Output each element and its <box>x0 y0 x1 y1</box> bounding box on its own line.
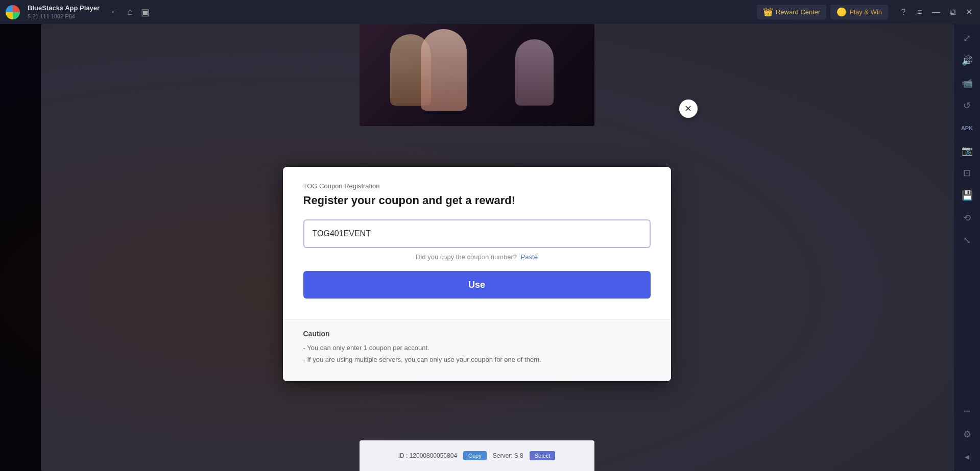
player-id: ID : 12000800056804 <box>398 452 457 459</box>
back-button[interactable]: ← <box>110 7 119 17</box>
minimize-button[interactable]: — <box>929 5 943 19</box>
use-coupon-button[interactable]: Use <box>303 271 651 299</box>
sidebar-save-icon[interactable]: 💾 <box>958 186 976 205</box>
sidebar-rotate-icon[interactable]: ↺ <box>958 96 976 115</box>
paste-row: Did you copy the coupon number? Paste <box>303 253 651 261</box>
bluestacks-logo-icon <box>6 5 20 19</box>
modal-close-button[interactable]: ✕ <box>679 100 698 118</box>
reward-center-button[interactable]: 👑 Reward Center <box>757 5 826 19</box>
sidebar-apk-icon[interactable]: APK <box>958 119 976 137</box>
main-content: TOG Coupon Registration Register your co… <box>0 24 953 471</box>
home-button[interactable]: ⌂ <box>127 7 133 17</box>
sidebar-expand-icon[interactable]: ⤢ <box>958 29 976 47</box>
character-2 <box>421 29 467 111</box>
app-logo <box>0 0 26 24</box>
coupon-dialog: TOG Coupon Registration Register your co… <box>283 167 671 381</box>
window-controls: ? ≡ — ⧉ ✕ <box>896 5 976 19</box>
title-bar-right: 👑 Reward Center 🟡 Play & Win ? ≡ — ⧉ ✕ <box>757 5 980 19</box>
game-image-inner <box>360 24 594 126</box>
copy-id-button[interactable]: Copy <box>463 451 487 460</box>
title-bar: BlueStacks App Player 5.21.111.1002 P64 … <box>0 0 980 24</box>
tabs-button[interactable]: ▣ <box>141 7 150 18</box>
sidebar-settings-icon[interactable]: ⚙ <box>958 425 976 443</box>
caution-text: - You can only enter 1 coupon per accoun… <box>303 342 651 366</box>
server-label: Server: S 8 <box>493 452 523 459</box>
dialog-title: Register your coupon and get a reward! <box>303 194 651 207</box>
caution-line-1: - You can only enter 1 coupon per accoun… <box>303 342 651 354</box>
dark-left <box>0 24 41 471</box>
sidebar-tilt-icon[interactable]: ⟲ <box>958 209 976 227</box>
help-button[interactable]: ? <box>896 5 911 19</box>
sidebar-video-icon[interactable]: 📹 <box>958 74 976 92</box>
caution-title: Caution <box>303 330 651 338</box>
menu-button[interactable]: ≡ <box>913 5 927 19</box>
paste-link[interactable]: Paste <box>521 253 538 261</box>
reward-center-label: Reward Center <box>776 8 820 16</box>
sidebar-more-icon[interactable]: ••• <box>958 403 976 421</box>
sidebar-screenshot-icon[interactable]: 📷 <box>958 141 976 160</box>
close-button[interactable]: ✕ <box>962 5 976 19</box>
paste-prompt-text: Did you copy the coupon number? <box>416 253 517 261</box>
bottom-bar: ID : 12000800056804 Copy Server: S 8 Sel… <box>360 440 594 471</box>
right-sidebar: ⤢ 🔊 📹 ↺ APK 📷 ⊡ 💾 ⟲ ⤡ ••• ⚙ ◂ <box>953 24 980 471</box>
caution-line-2: - If you are using multiple servers, you… <box>303 354 651 365</box>
app-name-block: BlueStacks App Player 5.21.111.1002 P64 <box>28 4 100 20</box>
dialog-body: TOG Coupon Registration Register your co… <box>283 167 671 319</box>
sidebar-collapse-icon[interactable]: ◂ <box>958 448 976 466</box>
nav-buttons: ← ⌂ ▣ <box>110 7 150 18</box>
dialog-subtitle: TOG Coupon Registration <box>303 182 651 190</box>
app-title: BlueStacks App Player <box>28 4 100 13</box>
play-win-label: Play & Win <box>849 8 882 16</box>
sidebar-resize-icon[interactable]: ⊡ <box>958 164 976 182</box>
crown-icon: 👑 <box>763 7 773 17</box>
coin-icon: 🟡 <box>836 7 847 17</box>
caution-section: Caution - You can only enter 1 coupon pe… <box>283 319 671 381</box>
play-win-button[interactable]: 🟡 Play & Win <box>830 5 888 19</box>
sidebar-fullscreen-icon[interactable]: ⤡ <box>958 231 976 250</box>
maximize-button[interactable]: ⧉ <box>945 5 960 19</box>
coupon-input[interactable] <box>303 219 651 248</box>
character-3 <box>515 39 554 106</box>
select-server-button[interactable]: Select <box>530 451 556 460</box>
game-image-area <box>360 24 594 126</box>
sidebar-sound-icon[interactable]: 🔊 <box>958 52 976 70</box>
app-version: 5.21.111.1002 P64 <box>28 13 100 20</box>
